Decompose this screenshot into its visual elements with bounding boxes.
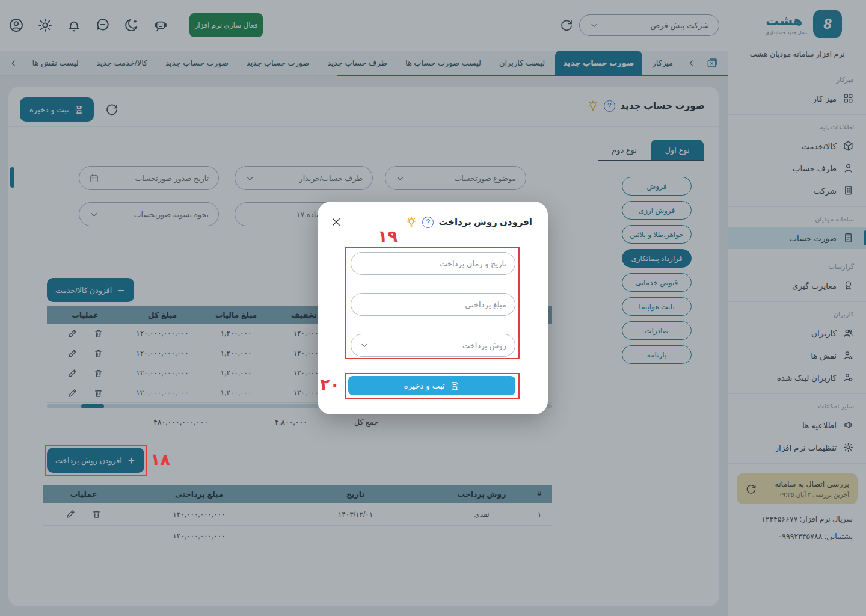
modal-title: افزودن روش پرداخت [438, 217, 532, 227]
annotation-box-20: ثبت و ذخیره [345, 373, 520, 399]
modal-header: افزودن روش پرداخت ? [318, 202, 548, 228]
annotation-number-20: ۲۰ [320, 375, 340, 394]
modal-save-label: ثبت و ذخیره [404, 381, 444, 390]
lightbulb-icon[interactable] [405, 216, 417, 228]
payment-method-placeholder: روش پرداخت [462, 341, 506, 350]
close-icon[interactable] [331, 217, 342, 227]
help-icon[interactable]: ? [422, 217, 434, 228]
save-icon [450, 381, 460, 391]
add-payment-modal: افزودن روش پرداخت ? روش پرداخت ثبت و ذخی… [318, 202, 548, 414]
annotation-number-19: ۱۹ [378, 227, 398, 246]
payment-datetime-input[interactable] [351, 252, 515, 275]
annotation-number-18: ۱۸ [150, 450, 170, 469]
annotation-box-19: روش پرداخت [345, 247, 520, 359]
chevron-down-icon [360, 340, 369, 350]
payment-method-select[interactable]: روش پرداخت [351, 334, 515, 357]
modal-save-button[interactable]: ثبت و ذخیره [348, 376, 515, 395]
payment-amount-input[interactable] [351, 293, 515, 316]
app-window: فعال سازی نرم افزار شرکت پیش فرض میزکار … [0, 0, 866, 616]
